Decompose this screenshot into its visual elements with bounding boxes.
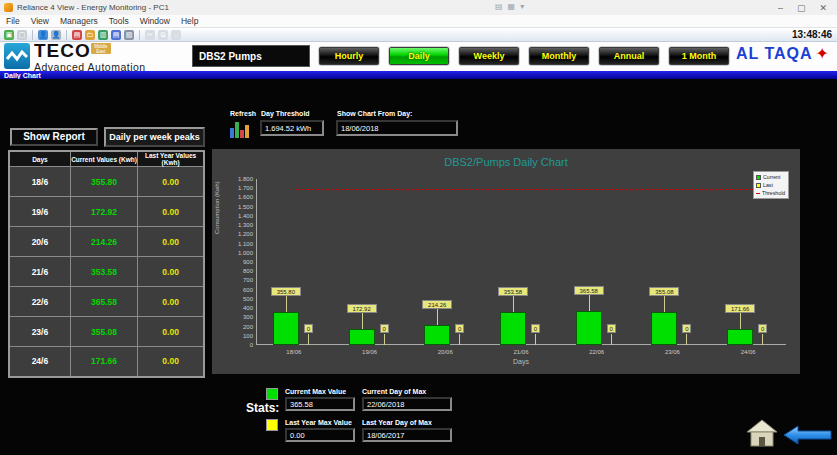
current-day-of-max-label: Current Day of Max (362, 388, 426, 395)
table-cell: 19/6 (9, 197, 70, 227)
menu-managers[interactable]: Managers (60, 16, 98, 26)
toolbar-separator (66, 30, 67, 40)
last-year-day-of-max-label: Last Year Day of Max (362, 419, 432, 426)
bar-label-stem (362, 313, 363, 329)
table-cell: 22/6 (9, 287, 70, 317)
title-bar: Reliance 4 View - Energy Monitoring - PC… (0, 0, 837, 15)
last-year-value-label: 0 (531, 324, 540, 333)
altaqa-text: AL TAQA (736, 45, 813, 63)
menu-view[interactable]: View (31, 16, 49, 26)
last-year-day-of-max-input[interactable] (362, 428, 452, 442)
window-title: Reliance 4 View - Energy Monitoring - PC… (17, 3, 169, 12)
document-icon[interactable]: ▤ (111, 30, 121, 40)
titlebar-center-icons: ▤▦▾ (495, 2, 524, 11)
titlebar-glyph-icon: ▤ (495, 2, 503, 11)
nav-button-hourly[interactable]: Hourly (318, 46, 380, 66)
copy-icon[interactable]: ⧉ (158, 30, 168, 40)
nav-button-weekly[interactable]: Weekly (458, 46, 520, 66)
daily-per-week-peaks-button[interactable]: Daily per week peaks (104, 127, 205, 147)
minimize-icon[interactable]: – (778, 3, 783, 13)
chart-icon[interactable]: ▥ (98, 30, 108, 40)
maximize-icon[interactable]: ▢ (797, 3, 806, 13)
user-icon[interactable]: 👤 (38, 30, 48, 40)
nav-button-1-month[interactable]: 1 Month (668, 46, 730, 66)
folder-icon[interactable]: 🗀 (85, 30, 95, 40)
header: TECOMiddle East Advanced Automation DBS2… (0, 42, 837, 71)
teco-tagline: Advanced Automation (34, 61, 146, 73)
table-row: 18/6355.800.00 (9, 167, 204, 197)
table-cell: 365.58 (70, 287, 137, 317)
report-icon[interactable]: ▤ (72, 30, 82, 40)
home-icon[interactable] (746, 419, 778, 447)
bar-label-stem (664, 296, 665, 312)
menu-tools[interactable]: Tools (109, 16, 129, 26)
menu-help[interactable]: Help (181, 16, 198, 26)
disconnect-icon[interactable]: ▢ (17, 30, 27, 40)
menu-window[interactable]: Window (140, 16, 170, 26)
last-year-max-label: Last Year Max Value (285, 419, 352, 426)
toolbar-separator (139, 30, 140, 40)
y-tick-label: 900 (219, 259, 253, 265)
y-tick-label: 600 (219, 287, 253, 293)
cut-icon[interactable]: ✂ (145, 30, 155, 40)
show-report-button[interactable]: Show Report (10, 128, 98, 146)
bar-label-stem (740, 313, 741, 329)
users-icon[interactable]: 👤 (51, 30, 61, 40)
table-cell: 0.00 (138, 257, 204, 287)
bar-label-stem (589, 295, 590, 311)
refresh-label: Refresh (230, 110, 256, 117)
toolbar: ▣▢👤👤▤🗀▥▤▧✂⧉◌ 13:48:46 (0, 28, 837, 42)
legend-label: Threshold (762, 190, 785, 196)
last-year-value-label: 0 (455, 324, 464, 333)
day-threshold-label: Day Threshold (261, 110, 310, 117)
table-cell: 355.08 (70, 317, 137, 347)
current-bar-value-label: 172.92 (347, 304, 377, 313)
connect-icon[interactable]: ▣ (4, 30, 14, 40)
teco-badge: Middle East (91, 43, 111, 54)
legend-entry: Current (756, 173, 786, 181)
table-cell: 0.00 (138, 317, 204, 347)
show-chart-from-day-input[interactable] (336, 120, 458, 136)
day-threshold-input[interactable] (260, 120, 324, 136)
x-tick-label: 23/06 (635, 349, 711, 355)
menu-file[interactable]: File (6, 16, 20, 26)
legend-entry: Last (756, 181, 786, 189)
close-icon[interactable]: ✕ (819, 3, 827, 13)
last-year-max-value-input[interactable] (285, 428, 355, 442)
threshold-line (296, 189, 778, 190)
last-year-value-label: 0 (758, 324, 767, 333)
current-bar (500, 312, 526, 345)
last-year-value-label: 0 (682, 324, 691, 333)
table-cell: 353.58 (70, 257, 137, 287)
titlebar-glyph-icon: ▦ (508, 2, 516, 11)
table-row: 23/6355.080.00 (9, 317, 204, 347)
nav-button-annual[interactable]: Annual (598, 46, 660, 66)
table-row: 21/6353.580.00 (9, 257, 204, 287)
back-arrow-icon[interactable] (784, 425, 832, 449)
current-bar (727, 329, 753, 345)
y-tick-label: 700 (219, 277, 253, 283)
table-header: Last Year Values (Kwh) (138, 151, 204, 167)
help-icon[interactable]: ◌ (171, 30, 181, 40)
altaqa-star-icon: ✦ (816, 46, 829, 62)
table-row: 20/6214.260.00 (9, 227, 204, 257)
zero-label-stem (384, 334, 385, 345)
legend-swatch (756, 193, 760, 194)
table-row: 24/6171.660.00 (9, 347, 204, 377)
nav-button-monthly[interactable]: Monthly (528, 46, 590, 66)
last-year-series-swatch (266, 419, 278, 431)
y-tick-label: 1.600 (219, 194, 253, 200)
table-row: 22/6365.580.00 (9, 287, 204, 317)
refresh-icon[interactable] (230, 119, 250, 138)
current-series-swatch (266, 388, 278, 400)
current-day-of-max-input[interactable] (362, 397, 452, 411)
chart-legend: CurrentLastThreshold (753, 171, 789, 199)
export-icon[interactable]: ▧ (124, 30, 134, 40)
nav-button-daily[interactable]: Daily (388, 46, 450, 66)
zero-label-stem (686, 334, 687, 345)
daily-chart-panel: DBS2/Pumps Daily Chart Consumption (Kwh)… (212, 149, 800, 374)
y-tick-label: 1.300 (219, 222, 253, 228)
current-max-value-input[interactable] (285, 397, 355, 411)
table-header: Days (9, 151, 70, 167)
table-cell: 171.66 (70, 347, 137, 377)
